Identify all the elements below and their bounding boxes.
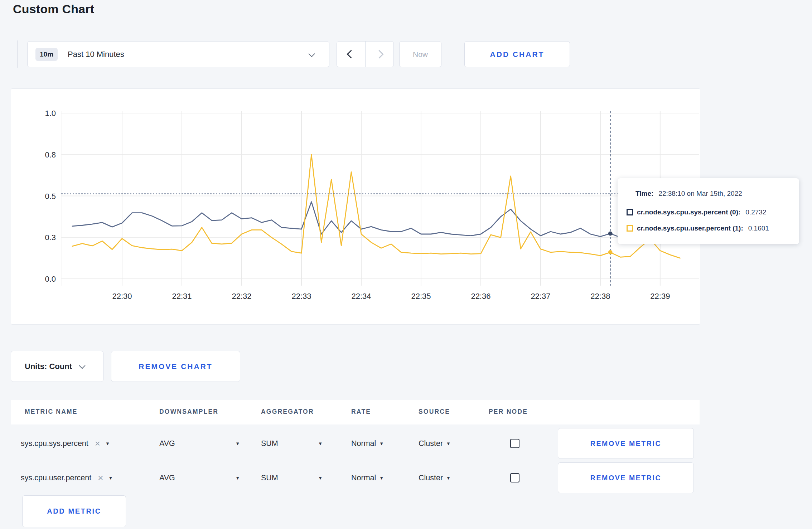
rate-select[interactable]: Normal ▼ <box>351 462 384 493</box>
svg-text:22:35: 22:35 <box>411 292 431 301</box>
caret-down-icon: ▼ <box>446 475 451 481</box>
time-range-select[interactable]: 10m Past 10 Minutes <box>27 41 329 67</box>
svg-text:0.8: 0.8 <box>45 150 56 159</box>
tooltip-time-value: 22:38:10 on Mar 15th, 2022 <box>658 190 742 198</box>
tooltip-series-value: 0.1601 <box>748 224 769 232</box>
caret-down-icon: ▼ <box>446 441 451 446</box>
downsampler-value: AVG <box>159 439 175 448</box>
tooltip-series-name: cr.node.sys.cpu.sys.percent (0): <box>637 208 740 216</box>
source-value: Cluster <box>419 474 443 482</box>
svg-text:22:37: 22:37 <box>531 292 550 301</box>
page-left-rule <box>4 89 4 529</box>
column-header-source: SOURCE <box>419 408 450 416</box>
chevron-right-icon <box>375 50 384 58</box>
caret-down-icon: ▼ <box>108 475 113 481</box>
add-chart-button[interactable]: ADD CHART <box>464 41 570 67</box>
aggregator-select[interactable]: SUM ▼ <box>261 428 323 459</box>
svg-text:22:34: 22:34 <box>351 292 371 301</box>
remove-metric-button[interactable]: REMOVE METRIC <box>558 428 694 459</box>
svg-text:22:33: 22:33 <box>291 292 311 301</box>
svg-text:0.0: 0.0 <box>45 275 56 283</box>
column-header-per-node: PER NODE <box>489 408 528 416</box>
prev-interval-button[interactable] <box>337 42 365 67</box>
metric-name-value: sys.cpu.sys.percent <box>21 439 88 448</box>
caret-down-icon: ▼ <box>235 441 240 446</box>
caret-down-icon: ▼ <box>235 475 240 481</box>
downsampler-value: AVG <box>159 474 175 482</box>
aggregator-value: SUM <box>261 439 278 448</box>
page-title: Custom Chart <box>13 2 94 16</box>
add-metric-button[interactable]: ADD METRIC <box>22 495 126 527</box>
svg-text:1.0: 1.0 <box>45 109 56 118</box>
time-range-badge: 10m <box>35 48 58 61</box>
svg-text:22:38: 22:38 <box>590 292 610 301</box>
tooltip-series-row: cr.node.sys.cpu.sys.percent (0): 0.2732 <box>627 208 766 216</box>
caret-down-icon: ▼ <box>379 441 384 446</box>
chevron-left-icon <box>347 50 355 58</box>
aggregator-select[interactable]: SUM ▼ <box>261 462 323 493</box>
tooltip-time-label: Time: <box>635 190 653 198</box>
caret-down-icon: ▼ <box>318 475 323 481</box>
chevron-down-icon <box>79 362 85 369</box>
time-range-label: Past 10 Minutes <box>68 50 124 59</box>
now-button[interactable]: Now <box>399 41 441 67</box>
next-interval-button[interactable] <box>366 42 394 67</box>
per-node-checkbox[interactable] <box>510 473 519 482</box>
downsampler-select[interactable]: AVG ▼ <box>159 462 240 493</box>
svg-text:22:30: 22:30 <box>112 292 132 301</box>
caret-down-icon: ▼ <box>379 475 384 481</box>
chevron-down-icon <box>308 50 315 57</box>
per-node-checkbox[interactable] <box>510 439 519 448</box>
metric-row: sys.cpu.user.percent × ▼ AVG ▼ SUM ▼ Nor… <box>11 462 700 493</box>
svg-text:0.3: 0.3 <box>45 233 56 242</box>
column-header-downsampler: DOWNSAMPLER <box>159 408 218 416</box>
toolbar-divider <box>17 40 18 68</box>
remove-metric-button[interactable]: REMOVE METRIC <box>558 462 694 493</box>
chart-plot[interactable]: 0.00.30.50.81.022:3022:3122:3222:3322:34… <box>11 89 699 324</box>
column-header-metric-name: METRIC NAME <box>25 408 78 416</box>
source-select[interactable]: Cluster ▼ <box>419 428 451 459</box>
sys-series-swatch-icon <box>627 209 633 215</box>
caret-down-icon: ▼ <box>105 441 110 446</box>
tooltip-series-value: 0.2732 <box>745 208 766 216</box>
metric-row: sys.cpu.sys.percent × ▼ AVG ▼ SUM ▼ Norm… <box>11 428 700 459</box>
svg-text:22:32: 22:32 <box>232 292 251 301</box>
units-select[interactable]: Units: Count <box>11 351 103 382</box>
tooltip-series-row: cr.node.sys.cpu.user.percent (1): 0.1601 <box>627 224 769 232</box>
metric-name-select[interactable]: sys.cpu.sys.percent × ▼ <box>21 428 110 459</box>
column-header-aggregator: AGGREGATOR <box>261 408 314 416</box>
svg-text:0.5: 0.5 <box>45 192 56 201</box>
clear-metric-icon[interactable]: × <box>98 473 103 482</box>
chart-card: 0.00.30.50.81.022:3022:3122:3222:3322:34… <box>11 88 700 325</box>
aggregator-value: SUM <box>261 474 278 482</box>
source-select[interactable]: Cluster ▼ <box>419 462 451 493</box>
source-value: Cluster <box>419 439 443 448</box>
user-series-swatch-icon <box>627 225 633 232</box>
time-pager <box>337 41 394 67</box>
metric-name-select[interactable]: sys.cpu.user.percent × ▼ <box>21 462 113 493</box>
caret-down-icon: ▼ <box>318 441 323 446</box>
svg-text:22:31: 22:31 <box>172 292 192 301</box>
units-label: Units: Count <box>25 362 72 371</box>
svg-text:22:39: 22:39 <box>650 292 670 301</box>
column-header-rate: RATE <box>351 408 371 416</box>
metric-name-value: sys.cpu.user.percent <box>21 474 91 482</box>
rate-select[interactable]: Normal ▼ <box>351 428 384 459</box>
downsampler-select[interactable]: AVG ▼ <box>159 428 240 459</box>
tooltip-series-name: cr.node.sys.cpu.user.percent (1): <box>637 224 743 232</box>
remove-chart-button[interactable]: REMOVE CHART <box>111 351 240 382</box>
metrics-table-header: METRIC NAME DOWNSAMPLER AGGREGATOR RATE … <box>11 400 700 424</box>
clear-metric-icon[interactable]: × <box>95 439 100 448</box>
tooltip-time-row: Time: 22:38:10 on Mar 15th, 2022 <box>635 190 742 198</box>
rate-value: Normal <box>351 439 376 448</box>
chart-tooltip: Time: 22:38:10 on Mar 15th, 2022 cr.node… <box>618 178 799 244</box>
rate-value: Normal <box>351 474 376 482</box>
svg-text:22:36: 22:36 <box>471 292 490 301</box>
